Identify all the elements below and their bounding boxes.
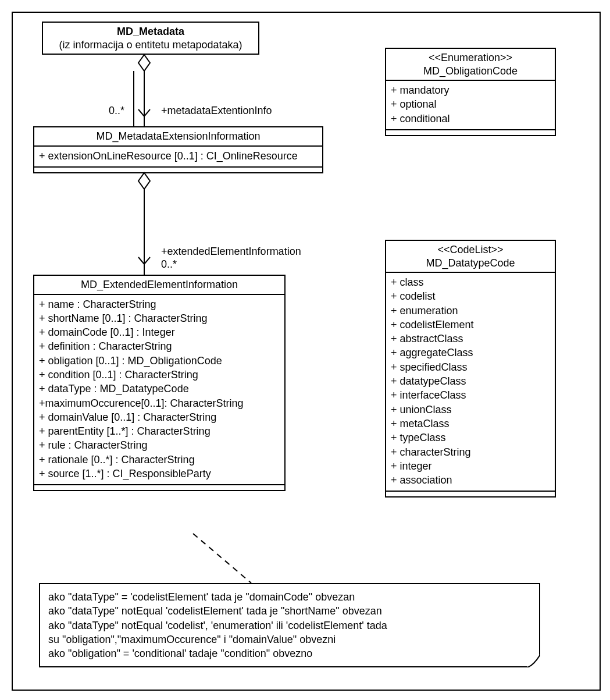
attr: + enumeration [391, 304, 550, 318]
attr: + domainCode [0..1] : Integer [39, 325, 280, 339]
class-md-obligation: <<Enumeration>> MD_ObligationCode + mand… [385, 48, 556, 136]
attr: + codelistElement [391, 318, 550, 332]
attr: + extensionOnLineResource [0..1] : CI_On… [39, 149, 318, 163]
assoc-role: +metadataExtentionInfo [161, 105, 272, 117]
attr: + integer [391, 459, 550, 473]
attr: + name : CharacterString [39, 297, 280, 311]
attr: + interfaceClass [391, 388, 550, 402]
attr: + domainValue [0..1] : CharacterString [39, 410, 280, 424]
class-md-extelem: MD_ExtendedElementInformation + name : C… [33, 275, 286, 491]
attr: + abstractClass [391, 332, 550, 346]
attr: + typeClass [391, 431, 550, 445]
attr: + shortName [0..1] : CharacterString [39, 311, 280, 325]
assoc-role: +extendedElementInformation [161, 246, 301, 258]
svg-line-8 [193, 534, 251, 583]
note-line: ako "dataType" notEqual 'codelist', 'enu… [48, 619, 531, 633]
class-stereo: <<Enumeration>> [429, 52, 512, 63]
assoc-mult: 0..* [109, 105, 124, 117]
note-fold-icon [527, 655, 540, 667]
attr: + source [1..*] : CI_ResponsibleParty [39, 467, 280, 481]
assoc-mult: 0..* [161, 258, 177, 271]
class-title: MD_ExtendedElementInformation [81, 279, 238, 290]
note-line: su "obligation","maximumOccurence" i "do… [48, 633, 531, 646]
attr: + parentEntity [1..*] : CharacterString [39, 424, 280, 438]
class-md-extinfo: MD_MetadataExtensionInformation + extens… [33, 126, 323, 173]
attr: + dataType : MD_DatatypeCode [39, 382, 280, 396]
attr: + optional [391, 97, 550, 111]
attr: + codelist [391, 289, 550, 303]
attr: + obligation [0..1] : MD_ObligationCode [39, 354, 280, 368]
class-md-metadata: MD_Metadata (iz informacija o entitetu m… [42, 22, 259, 55]
class-title: MD_Metadata [117, 26, 184, 37]
svg-marker-5 [138, 173, 150, 189]
attr: + aggregateClass [391, 346, 550, 360]
class-subtitle: (iz informacija o entitetu metapodataka) [59, 39, 242, 51]
class-md-datatype: <<CodeList>> MD_DatatypeCode + class+ co… [385, 240, 556, 498]
note-line: ako "dataType" = 'codelistElement' tada … [48, 590, 531, 604]
attr: + rule : CharacterString [39, 438, 280, 452]
class-title: MD_MetadataExtensionInformation [96, 130, 260, 142]
class-stereo: <<CodeList>> [437, 244, 503, 255]
note-line: ako "dataType" notEqual 'codelistElement… [48, 604, 531, 618]
svg-marker-0 [527, 655, 540, 667]
attr: + unionClass [391, 403, 550, 417]
class-title: MD_ObligationCode [423, 65, 518, 77]
attr: + association [391, 473, 550, 487]
attr: + rationale [0..*] : CharacterString [39, 453, 280, 467]
class-title: MD_DatatypeCode [426, 257, 515, 269]
attr: + mandatory [391, 83, 550, 97]
attr: + class [391, 275, 550, 289]
note-line: ako "obligation" = 'conditional' tadaje … [48, 646, 531, 660]
attr: + metaClass [391, 417, 550, 431]
note-constraints: ako "dataType" = 'codelistElement' tada … [39, 583, 540, 667]
attr: + characterString [391, 445, 550, 459]
attr: + conditional [391, 112, 550, 126]
attr: + condition [0..1] : CharacterString [39, 368, 280, 382]
diagram-frame: MD_Metadata (iz informacija o entitetu m… [12, 12, 601, 691]
attr: + specifiedClass [391, 360, 550, 374]
attr: + datatypeClass [391, 374, 550, 388]
attr: +maximumOccurence[0..1]: CharacterString [39, 396, 280, 410]
attr: + definition : CharacterString [39, 339, 280, 353]
svg-marker-1 [138, 55, 150, 71]
